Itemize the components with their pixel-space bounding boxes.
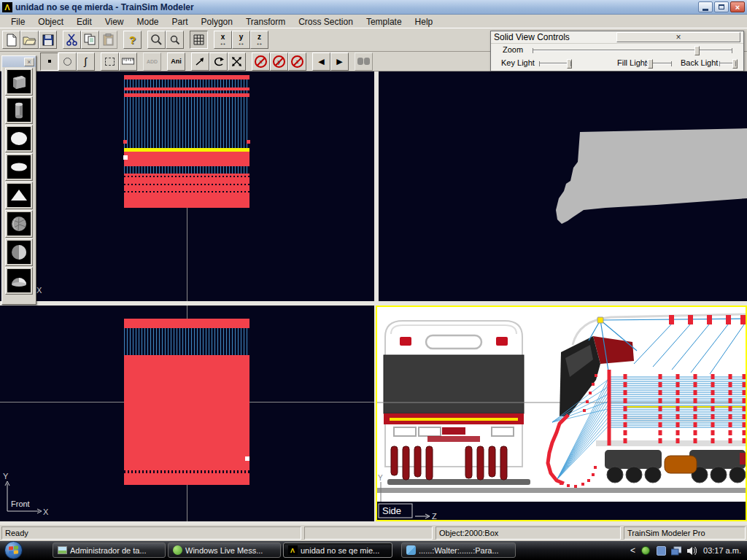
menu-part[interactable]: Part [166,16,195,28]
loco-front-photo [384,321,524,480]
menu-cross-section[interactable]: Cross Section [292,16,360,28]
tray-app-icon[interactable] [656,545,666,556]
title-bar[interactable]: Λ unidad no se qe mierda - TrainSim Mode… [0,0,747,15]
rotate-tool-button[interactable] [209,52,228,71]
tray-messenger-icon[interactable] [640,545,651,556]
menu-file[interactable]: File [4,16,31,28]
side-z-axis-label: Z [432,512,437,520]
paste-button[interactable] [99,31,117,49]
cut-button[interactable] [63,31,81,49]
fill-light-slider[interactable] [645,63,672,64]
viewport-front[interactable]: Y Front X [0,306,374,521]
menu-help[interactable]: Help [409,16,440,28]
menu-transform[interactable]: Transform [239,16,292,28]
taskbar-item-chat[interactable]: ......:Walter:......:Para... [401,542,516,558]
viewport-splitter-vertical[interactable] [374,71,379,301]
spline-tool-button[interactable]: ∫ [77,52,95,71]
fill-light-thumb[interactable] [648,59,653,69]
windows-logo-icon [9,545,18,555]
svc-close-button[interactable]: × [616,32,740,42]
key-light-thumb[interactable] [567,59,572,69]
front-x-axis-label: X [43,508,49,516]
move-z-button[interactable]: z↔ [250,31,268,49]
point-tool-button[interactable] [40,52,58,71]
network-icon[interactable] [671,545,681,556]
find-button[interactable] [355,52,373,71]
tray-expand-chevron[interactable]: < [630,545,635,556]
save-button[interactable] [39,31,57,49]
add-label: ADD [147,59,158,64]
move-y-button[interactable]: y↔ [232,31,250,49]
key-light-slider[interactable] [539,63,571,64]
menu-object[interactable]: Object [31,16,70,28]
menu-view[interactable]: View [98,16,131,28]
grid-snap-button[interactable] [190,31,208,49]
measure-button[interactable] [119,52,137,71]
next-button[interactable]: ▶ [330,52,349,71]
back-light-thumb[interactable] [732,59,738,69]
next-icon: ▶ [336,57,342,66]
tool-sphere[interactable] [5,125,33,152]
volume-icon[interactable] [686,545,697,556]
zoom-slider-thumb[interactable] [694,46,700,55]
tool-ellipsoid[interactable] [5,153,33,181]
status-bar: Ready Object:2000:Box TrainSim Modeler P… [0,525,747,541]
new-button[interactable] [2,31,20,49]
front-view-label: Front [11,499,30,508]
object-front-view[interactable] [124,319,249,485]
zoom-in-button[interactable] [147,31,166,49]
viewport-side[interactable]: Y Side Z [376,306,747,521]
solid-view-controls-panel: Solid View Controls × Zoom Key Light Fil… [490,31,744,71]
vertex-handle[interactable] [245,456,249,461]
help-button[interactable]: ? [123,31,142,49]
viewport-solid[interactable] [379,71,747,301]
viewport-top[interactable]: X [0,71,374,301]
tool-shaded-sphere[interactable] [5,238,33,266]
close-button[interactable]: × [730,1,745,12]
palette-close-button[interactable]: × [24,58,34,66]
back-light-slider[interactable] [719,63,736,64]
open-button[interactable] [20,31,39,49]
magnifier-small-icon [170,35,180,45]
animation-button[interactable]: Ani [167,52,185,71]
menu-template[interactable]: Template [360,16,409,28]
taskbar-item-messenger[interactable]: Windows Live Mess... [168,542,281,558]
select-box-button[interactable] [101,52,119,71]
scale-tool-button[interactable] [228,52,246,71]
add-point-button[interactable]: ADD [143,52,161,71]
crosshair-vertical [187,208,187,301]
restore-button[interactable] [714,1,729,12]
palette-title-bar[interactable]: × [2,56,36,67]
taskbar-clock[interactable]: 03:17 a.m. [703,546,741,555]
new-file-icon [6,34,18,47]
menu-polygon[interactable]: Polygon [195,16,239,28]
lock-x-button[interactable]: x [252,52,270,71]
start-button[interactable] [4,541,23,559]
menu-edit[interactable]: Edit [70,16,98,28]
copy-icon [84,34,96,46]
move-x-button[interactable]: x↔ [214,31,232,49]
selection-box-icon [105,58,115,66]
lock-y-button[interactable]: y [270,52,288,71]
tool-geosphere[interactable] [5,210,33,238]
vertex-handle[interactable] [123,155,128,160]
menu-mode[interactable]: Mode [131,16,166,28]
prev-button[interactable]: ◀ [312,52,330,71]
tool-cylinder[interactable] [5,96,33,124]
lock-z-button[interactable]: z [288,52,306,71]
front-y-axis-label: Y [3,472,9,481]
tool-dome[interactable] [5,267,33,295]
selected-vertex[interactable] [597,317,603,323]
circle-tool-button[interactable] [58,52,77,71]
object-top-view[interactable] [124,75,249,208]
taskbar-item-task-manager[interactable]: Administrador de ta... [53,542,166,558]
tool-box[interactable] [5,68,33,96]
copy-button[interactable] [81,31,99,49]
tool-cone[interactable] [5,182,33,209]
minimize-button[interactable] [698,1,713,12]
taskbar-item-trainsim[interactable]: Λ unidad no se qe mie... [283,542,392,558]
svc-title-bar[interactable]: Solid View Controls × [491,31,743,44]
zoom-out-button[interactable] [166,31,184,49]
zoom-slider[interactable] [533,50,732,51]
move-tool-button[interactable] [191,52,209,71]
